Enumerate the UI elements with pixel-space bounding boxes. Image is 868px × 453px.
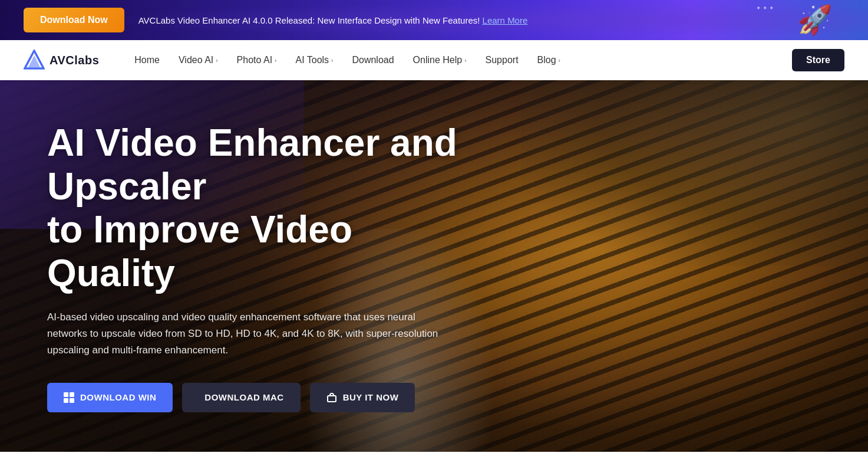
store-button[interactable]: Store bbox=[792, 49, 844, 71]
hero-title: AI Video Enhancer and Upscaler to Improv… bbox=[47, 122, 483, 295]
announcement-bar: Download Now AVCLabs Video Enhancer AI 4… bbox=[0, 0, 868, 40]
chevron-down-icon: › bbox=[464, 57, 466, 64]
chevron-down-icon: › bbox=[331, 57, 333, 64]
learn-more-link[interactable]: Learn More bbox=[483, 15, 528, 25]
chevron-down-icon: › bbox=[275, 57, 276, 64]
hero-subtitle: AI-based video upscaling and video quali… bbox=[47, 309, 448, 359]
nav-item-blog[interactable]: Blog › bbox=[530, 50, 567, 70]
download-mac-button[interactable]: DOWNLOAD MAC bbox=[182, 383, 300, 412]
nav-item-download[interactable]: Download bbox=[345, 50, 401, 70]
nav-item-video-ai[interactable]: Video AI › bbox=[171, 50, 225, 70]
windows-icon bbox=[64, 392, 74, 403]
stars-decoration: ✦ ✦ ✦ bbox=[756, 5, 774, 11]
nav-item-support[interactable]: Support bbox=[478, 50, 526, 70]
nav-item-ai-tools[interactable]: AI Tools › bbox=[288, 50, 340, 70]
announcement-download-btn[interactable]: Download Now bbox=[24, 8, 124, 32]
announcement-text: AVCLabs Video Enhancer AI 4.0.0 Released… bbox=[138, 15, 844, 25]
chevron-down-icon: › bbox=[216, 57, 217, 64]
nav-item-photo-ai[interactable]: Photo AI › bbox=[230, 50, 284, 70]
rocket-decoration: 🚀 bbox=[797, 4, 833, 37]
logo[interactable]: AVClabs bbox=[24, 50, 99, 71]
hero-section: AI Video Enhancer and Upscaler to Improv… bbox=[0, 80, 868, 452]
download-win-button[interactable]: DOWNLOAD WIN bbox=[47, 383, 173, 412]
chevron-down-icon: › bbox=[559, 57, 560, 64]
shopping-bag-icon bbox=[326, 392, 337, 403]
hero-buttons: DOWNLOAD WIN DOWNLOAD MAC BUY IT NOW bbox=[47, 383, 483, 412]
navbar: AVClabs Home Video AI › Photo AI › AI To… bbox=[0, 40, 868, 80]
nav-links: Home Video AI › Photo AI › AI Tools › Do… bbox=[127, 50, 792, 70]
logo-text: AVClabs bbox=[49, 54, 99, 67]
buy-now-button[interactable]: BUY IT NOW bbox=[310, 383, 415, 412]
nav-item-home[interactable]: Home bbox=[127, 50, 167, 70]
svg-rect-2 bbox=[328, 396, 336, 402]
nav-item-online-help[interactable]: Online Help › bbox=[406, 50, 474, 70]
avclabs-logo-icon bbox=[24, 50, 45, 71]
hero-content: AI Video Enhancer and Upscaler to Improv… bbox=[0, 80, 483, 412]
